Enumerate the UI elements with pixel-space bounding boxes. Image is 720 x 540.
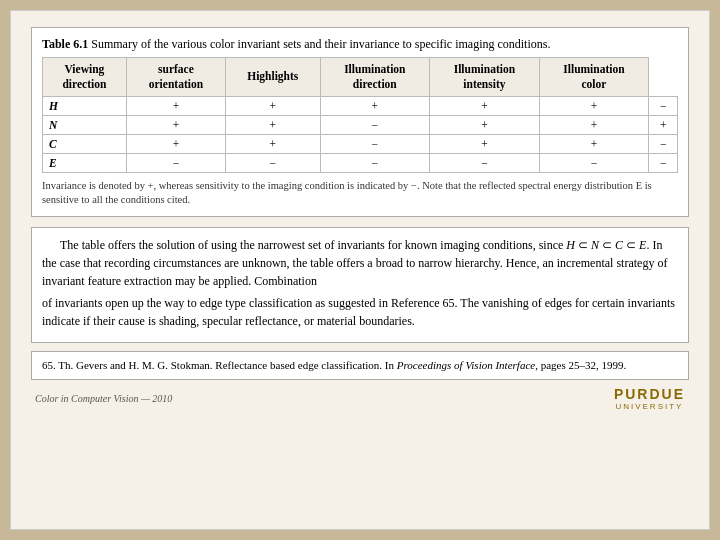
- color-table: Viewingdirection surfaceorientation High…: [42, 57, 678, 173]
- row-cell: −: [126, 153, 225, 172]
- table-title: Table 6.1 Summary of the various color i…: [42, 36, 678, 53]
- col-header-illum-col: Illuminationcolor: [539, 57, 649, 96]
- row-cell: +: [126, 134, 225, 153]
- row-cell: +: [430, 96, 540, 115]
- row-cell: −: [430, 153, 540, 172]
- ref-text: Th. Gevers and H. M. G. Stokman. Reflect…: [58, 359, 626, 371]
- table-header-row: Viewingdirection surfaceorientation High…: [43, 57, 678, 96]
- row-cell: +: [320, 96, 430, 115]
- row-cell: −: [320, 153, 430, 172]
- reference-section: 65. Th. Gevers and H. M. G. Stokman. Ref…: [31, 351, 689, 380]
- row-cell: +: [430, 115, 540, 134]
- row-label: N: [43, 115, 127, 134]
- row-cell: +: [539, 134, 649, 153]
- row-cell: +: [649, 115, 678, 134]
- paragraph-1: The table offers the solution of using t…: [42, 236, 678, 290]
- col-header-highlights: Highlights: [226, 57, 321, 96]
- row-cell: +: [226, 115, 321, 134]
- text-section: The table offers the solution of using t…: [31, 227, 689, 343]
- row-cell: −: [649, 96, 678, 115]
- row-cell: −: [539, 153, 649, 172]
- row-cell: +: [126, 115, 225, 134]
- table-row: N++−+++: [43, 115, 678, 134]
- row-cell: −: [320, 115, 430, 134]
- row-label: C: [43, 134, 127, 153]
- row-cell: +: [226, 96, 321, 115]
- row-cell: +: [126, 96, 225, 115]
- row-cell: −: [226, 153, 321, 172]
- row-cell: +: [539, 115, 649, 134]
- footer-left-text: Color in Computer Vision — 2010: [35, 393, 172, 404]
- col-header-illum-dir: Illuminationdirection: [320, 57, 430, 96]
- col-header-illum-int: Illuminationintensity: [430, 57, 540, 96]
- row-cell: +: [226, 134, 321, 153]
- col-header-viewing: Viewingdirection: [43, 57, 127, 96]
- table-section: Table 6.1 Summary of the various color i…: [31, 27, 689, 217]
- row-cell: −: [320, 134, 430, 153]
- row-cell: +: [430, 134, 540, 153]
- purdue-logo-main: PURDUE: [614, 386, 685, 402]
- table-row: C++−++−: [43, 134, 678, 153]
- footer: Color in Computer Vision — 2010 PURDUE U…: [31, 386, 689, 411]
- table-row: E−−−−−−: [43, 153, 678, 172]
- row-cell: −: [649, 134, 678, 153]
- row-label: H: [43, 96, 127, 115]
- purdue-logo-sub: UNIVERSITY: [615, 402, 683, 411]
- row-cell: −: [649, 153, 678, 172]
- ref-number: 65.: [42, 359, 58, 371]
- slide-container: Table 6.1 Summary of the various color i…: [10, 10, 710, 530]
- table-note: Invariance is denoted by +, whereas sens…: [42, 179, 678, 208]
- table-row: H+++++−: [43, 96, 678, 115]
- row-label: E: [43, 153, 127, 172]
- table-title-bold: Table 6.1: [42, 37, 88, 51]
- purdue-logo: PURDUE UNIVERSITY: [614, 386, 685, 411]
- col-header-surface: surfaceorientation: [126, 57, 225, 96]
- paragraph-2: of invariants open up the way to edge ty…: [42, 294, 678, 330]
- table-title-text: Summary of the various color invariant s…: [88, 37, 550, 51]
- row-cell: +: [539, 96, 649, 115]
